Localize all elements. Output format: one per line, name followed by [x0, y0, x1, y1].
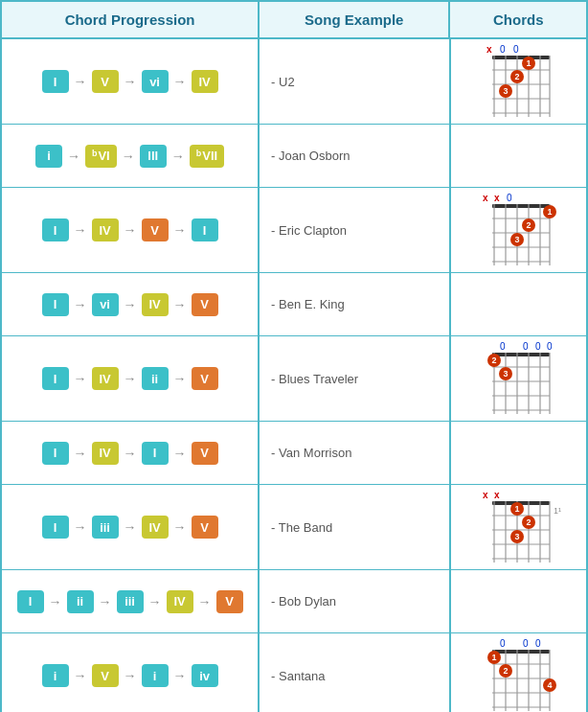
chord-badge: IV: [167, 590, 193, 613]
progression-cell: i→bVI→III→bVII: [2, 125, 260, 187]
svg-text:1¹: 1¹: [554, 506, 561, 516]
svg-text:3: 3: [504, 369, 509, 379]
chord-diagram-cell: x x 1¹ 1 2 3: [451, 485, 587, 569]
chord-badge: I: [42, 442, 69, 465]
chord-diagram-cell: 0 0 0 0 2 3: [451, 336, 587, 421]
svg-text:x: x: [483, 193, 488, 203]
table-row: I→IV→I→V- Van Morrison: [2, 422, 586, 485]
chord-badge: I: [42, 218, 69, 241]
table-row: i→V→i→iv- Santana 0 0 0 1 2 4: [2, 633, 586, 712]
arrow: →: [74, 222, 87, 238]
svg-text:3: 3: [515, 532, 520, 541]
song-cell: - U2: [260, 39, 450, 124]
chord-badge: I: [42, 516, 69, 539]
chord-badge: IV: [92, 442, 119, 465]
arrow: →: [124, 222, 137, 238]
chord-badge: I: [42, 367, 69, 390]
table-row: I→IV→ii→V- Blues Traveler 0 0 0 0 2 3: [2, 336, 586, 422]
svg-text:0: 0: [535, 638, 541, 649]
arrow: →: [173, 519, 187, 535]
chord-badge: V: [192, 367, 218, 390]
chord-diagram-cell: x 0 0 1 2 3: [451, 39, 587, 124]
svg-text:2: 2: [527, 517, 531, 527]
svg-text:0: 0: [500, 44, 506, 55]
chord-badge: vi: [92, 293, 119, 316]
arrow: →: [124, 297, 137, 312]
arrow: →: [124, 446, 137, 461]
header-chords: Chords: [450, 2, 586, 37]
svg-text:3: 3: [504, 86, 509, 96]
chord-badge: i: [142, 664, 169, 687]
chord-badge: i: [42, 664, 69, 687]
chord-diagram-cell: [451, 570, 587, 632]
chord-badge: I: [42, 70, 69, 93]
svg-text:2: 2: [527, 220, 531, 230]
chord-badge: vi: [142, 70, 169, 93]
arrow: →: [198, 594, 212, 609]
svg-rect-23: [492, 204, 550, 208]
progression-cell: I→IV→ii→V: [2, 336, 260, 421]
arrow: →: [124, 668, 137, 683]
chord-badge: V: [192, 442, 218, 465]
table-header: Chord Progression Song Example Chords: [2, 2, 586, 39]
svg-text:1: 1: [492, 653, 497, 662]
chord-badge: V: [92, 70, 119, 93]
chord-badge: IV: [142, 293, 169, 316]
arrow: →: [99, 594, 112, 609]
progression-cell: i→V→i→iv: [2, 633, 260, 712]
chord-badge: IV: [192, 70, 218, 93]
svg-text:1: 1: [548, 207, 553, 217]
chord-badge: ii: [142, 367, 169, 390]
svg-text:1: 1: [515, 504, 520, 514]
arrow: →: [173, 446, 187, 461]
svg-text:x: x: [486, 44, 492, 55]
svg-rect-82: [492, 650, 550, 654]
svg-rect-3: [492, 56, 550, 59]
arrow: →: [74, 371, 87, 386]
chord-diagram-cell: 0 0 0 1 2 4: [451, 633, 587, 712]
chord-badge: V: [216, 590, 243, 613]
chord-diagram-cell: [451, 422, 587, 484]
chord-badge: IV: [142, 516, 169, 539]
header-chord-progression: Chord Progression: [2, 2, 260, 37]
arrow: →: [148, 594, 162, 609]
progression-cell: I→IV→V→I: [2, 188, 260, 272]
table-row: I→IV→V→I- Eric Clapton x x 0 1 2 3: [2, 188, 586, 273]
song-cell: - Blues Traveler: [260, 336, 450, 421]
chord-badge: V: [142, 218, 169, 241]
svg-text:0: 0: [523, 638, 529, 649]
table-row: i→bVI→III→bVII- Joan Osborn: [2, 125, 586, 188]
arrow: →: [124, 74, 137, 89]
arrow: →: [122, 149, 135, 164]
svg-rect-44: [492, 353, 550, 356]
arrow: →: [67, 149, 80, 164]
chord-badge: ii: [67, 590, 94, 613]
song-cell: - The Band: [260, 485, 450, 569]
arrow: →: [173, 297, 187, 312]
chord-badge: I: [142, 442, 169, 465]
svg-text:3: 3: [515, 235, 520, 244]
chord-badge: i: [35, 145, 62, 168]
svg-text:0: 0: [500, 341, 506, 352]
arrow: →: [74, 519, 87, 535]
chord-badge: I: [192, 218, 218, 241]
arrow: →: [173, 668, 187, 683]
svg-text:x: x: [483, 490, 488, 500]
chord-badge: III: [140, 145, 167, 168]
svg-text:x: x: [494, 193, 500, 203]
svg-text:0: 0: [500, 638, 506, 649]
progression-cell: I→IV→I→V: [2, 422, 260, 484]
table-body: I→V→vi→IV- U2 x 0 0 1 2 3 i: [2, 39, 586, 712]
song-cell: - Santana: [260, 633, 450, 712]
chord-badge: I: [42, 293, 69, 316]
svg-text:0: 0: [547, 341, 553, 352]
arrow: →: [124, 519, 137, 535]
progression-cell: I→V→vi→IV: [2, 39, 260, 124]
svg-text:4: 4: [548, 680, 553, 690]
chord-badge: V: [192, 293, 218, 316]
svg-text:0: 0: [513, 44, 519, 55]
arrow: →: [124, 371, 137, 386]
song-cell: - Van Morrison: [260, 422, 450, 484]
svg-text:x: x: [494, 490, 500, 500]
chord-badge: iv: [192, 664, 218, 687]
